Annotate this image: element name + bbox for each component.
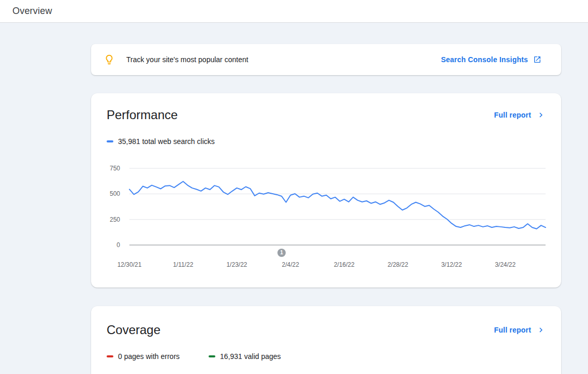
page-title: Overview bbox=[12, 6, 52, 17]
y-axis-tick-label: 750 bbox=[110, 165, 120, 172]
errors-legend-label: 0 pages with errors bbox=[118, 352, 180, 361]
x-axis-tick-label: 1/23/22 bbox=[226, 261, 247, 268]
performance-chart: 0250500750 1 12/30/211/11/221/23/222/4/2… bbox=[107, 168, 546, 269]
lightbulb-icon bbox=[104, 54, 115, 65]
x-axis-tick-label: 2/4/22 bbox=[282, 261, 299, 268]
clicks-legend-label: 35,981 total web search clicks bbox=[118, 137, 215, 146]
insights-banner: Track your site's most popular content S… bbox=[91, 44, 561, 75]
y-axis-tick-label: 0 bbox=[116, 241, 120, 249]
performance-title: Performance bbox=[107, 107, 178, 123]
insights-banner-text: Track your site's most popular content bbox=[126, 55, 248, 64]
y-axis-tick-label: 250 bbox=[110, 216, 120, 223]
errors-legend-item: 0 pages with errors bbox=[107, 352, 180, 361]
coverage-legend: 0 pages with errors 16,931 valid pages bbox=[107, 352, 546, 361]
performance-card: Performance Full report 35,981 total web… bbox=[91, 93, 561, 287]
chevron-right-icon bbox=[536, 110, 546, 120]
coverage-card: Coverage Full report 0 pages with errors… bbox=[91, 306, 561, 374]
valid-pages-legend-item: 16,931 valid pages bbox=[209, 352, 281, 361]
chevron-right-icon bbox=[536, 325, 546, 335]
search-console-insights-link-label: Search Console Insights bbox=[441, 55, 528, 64]
performance-chart-svg bbox=[129, 168, 546, 245]
chart-annotation-marker[interactable]: 1 bbox=[277, 249, 286, 257]
performance-full-report-link[interactable]: Full report bbox=[494, 110, 546, 120]
valid-pages-legend-dash bbox=[209, 355, 215, 357]
performance-full-report-label: Full report bbox=[494, 111, 531, 119]
errors-legend-dash bbox=[107, 355, 113, 357]
external-link-icon bbox=[533, 55, 541, 64]
clicks-legend-item: 35,981 total web search clicks bbox=[107, 137, 215, 146]
coverage-full-report-label: Full report bbox=[494, 326, 531, 334]
y-axis-tick-label: 500 bbox=[110, 190, 120, 197]
chart-x-axis-labels: 12/30/211/11/221/23/222/4/222/16/222/28/… bbox=[129, 261, 546, 269]
performance-legend: 35,981 total web search clicks bbox=[107, 137, 546, 146]
search-console-insights-link[interactable]: Search Console Insights bbox=[441, 55, 541, 64]
x-axis-tick-label: 2/28/22 bbox=[388, 261, 408, 268]
chart-plot-area: 1 bbox=[129, 168, 546, 245]
x-axis-tick-label: 2/16/22 bbox=[334, 261, 355, 268]
valid-pages-legend-label: 16,931 valid pages bbox=[220, 352, 281, 361]
x-axis-tick-label: 3/24/22 bbox=[495, 261, 516, 268]
coverage-full-report-link[interactable]: Full report bbox=[494, 325, 546, 335]
coverage-title: Coverage bbox=[107, 322, 160, 338]
main-content: Track your site's most popular content S… bbox=[91, 44, 561, 374]
x-axis-tick-label: 1/11/22 bbox=[173, 261, 193, 268]
clicks-legend-dash bbox=[107, 140, 113, 142]
chart-y-axis-labels: 0250500750 bbox=[107, 168, 129, 245]
x-axis-tick-label: 12/30/21 bbox=[117, 261, 142, 268]
page-header: Overview bbox=[0, 0, 588, 23]
x-axis-tick-label: 3/12/22 bbox=[441, 261, 462, 268]
